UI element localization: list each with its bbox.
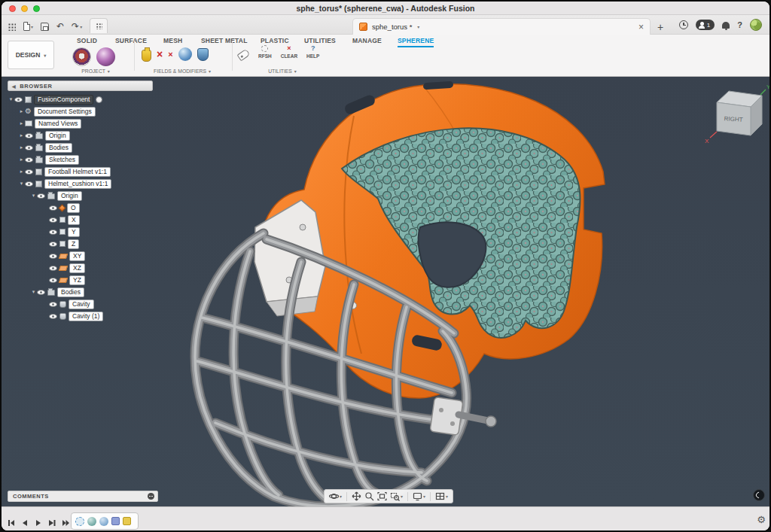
clear-modifier-icon[interactable]: × <box>168 49 172 59</box>
browser-item-plane-yz[interactable]: YZ <box>5 274 111 286</box>
zoom-icon[interactable] <box>364 491 374 501</box>
browser-item-axis-x[interactable]: X <box>5 214 111 226</box>
browser-item-axis-z[interactable]: Z <box>5 238 111 250</box>
expand-icon[interactable]: ▾ <box>30 289 37 295</box>
browser-item-label[interactable]: Origin <box>57 191 82 201</box>
visibility-eye-icon[interactable] <box>49 242 57 247</box>
browser-item-sketches[interactable]: ▸Sketches <box>5 154 111 166</box>
timeline-settings-gear-icon[interactable]: ⚙ <box>757 515 766 525</box>
expand-icon[interactable]: ▸ <box>18 132 25 138</box>
browser-item-label[interactable]: YZ <box>69 275 85 285</box>
tag-icon[interactable] <box>236 49 250 62</box>
data-panel-home-icon[interactable] <box>90 18 108 33</box>
step-forward-icon[interactable] <box>48 516 56 530</box>
helmet-3d-model[interactable]: RIGHT Y X <box>2 77 771 506</box>
autodesk-badge-icon[interactable] <box>753 489 765 501</box>
comment-bubble-icon[interactable] <box>148 493 154 500</box>
expand-icon[interactable]: ▾ <box>8 96 14 102</box>
browser-item-bodies-sub[interactable]: ▾Bodies <box>5 286 111 298</box>
zoom-window-icon[interactable]: ▾ <box>390 491 403 501</box>
visibility-eye-icon[interactable] <box>14 97 23 102</box>
browser-item-origin-sub[interactable]: ▾Origin <box>5 190 111 202</box>
browser-item-label[interactable]: Football Helmet v1:1 <box>44 167 111 177</box>
visibility-eye-icon[interactable] <box>49 254 57 259</box>
comments-panel[interactable]: COMMENTS <box>8 491 158 502</box>
browser-item-label[interactable]: Document Settings <box>34 107 96 117</box>
browser-item-named-views[interactable]: ▸Named Views <box>5 117 111 129</box>
browser-item-label[interactable]: Bodies <box>57 287 84 297</box>
user-badge[interactable]: 1 <box>696 20 715 30</box>
help-icon[interactable]: ? <box>737 20 742 29</box>
expand-icon[interactable]: ▾ <box>18 181 25 187</box>
browser-item-origin-point[interactable]: O <box>5 202 111 214</box>
skip-end-icon[interactable] <box>62 516 70 530</box>
chevron-down-icon[interactable]: ▾ <box>417 24 419 29</box>
browser-item-label[interactable]: Cavity (1) <box>69 312 103 321</box>
activate-component-radio[interactable] <box>96 96 102 103</box>
collapse-browser-icon[interactable]: ◀ <box>12 84 16 89</box>
undo-icon[interactable]: ↶ <box>56 22 64 31</box>
expand-icon[interactable]: ▾ <box>30 193 37 199</box>
visibility-eye-icon[interactable] <box>25 181 33 187</box>
visibility-eye-icon[interactable] <box>37 290 45 295</box>
browser-item-document-settings[interactable]: ▸⚙Document Settings <box>5 105 111 117</box>
browser-item-cavity[interactable]: Cavity <box>5 298 111 310</box>
group-feature-icon[interactable] <box>123 517 131 525</box>
visibility-eye-icon[interactable] <box>25 145 33 150</box>
expand-icon[interactable]: ▸ <box>18 157 25 163</box>
browser-item-plane-xz[interactable]: XZ <box>5 262 111 274</box>
visibility-eye-icon[interactable] <box>25 169 33 175</box>
visibility-eye-icon[interactable] <box>49 302 57 307</box>
fit-view-icon[interactable] <box>377 491 387 501</box>
save-icon[interactable] <box>41 23 49 31</box>
tab-spherene[interactable]: SPHERENE <box>398 37 434 47</box>
browser-item-origin[interactable]: ▸Origin <box>5 129 111 141</box>
shield-modifier-icon[interactable] <box>197 48 209 61</box>
user-avatar[interactable] <box>750 19 762 31</box>
visibility-eye-icon[interactable] <box>49 217 57 223</box>
display-settings-icon[interactable]: ▾ <box>413 491 425 501</box>
new-tab-button[interactable]: + <box>657 21 663 33</box>
browser-item-fusioncomponent[interactable]: ▾FusionComponent <box>5 93 111 105</box>
file-menu-button[interactable]: ▾ <box>23 22 33 31</box>
browser-item-plane-xy[interactable]: XY <box>5 250 111 262</box>
timeline-track[interactable] <box>71 512 139 530</box>
visibility-eye-icon[interactable] <box>49 278 57 283</box>
browser-item-helmet-cushion[interactable]: ▾Helmet_cushion v1:1 <box>5 178 111 190</box>
fields-group-label[interactable]: FIELDS & MODIFIERS ▾ <box>136 68 229 74</box>
modifier-sphere-icon[interactable] <box>178 47 192 61</box>
refresh-button[interactable]: RFSH <box>258 45 272 59</box>
redo-button[interactable]: ↷▾ <box>72 22 82 31</box>
expand-icon[interactable]: ▸ <box>18 120 25 126</box>
clear-field-icon[interactable]: × <box>157 49 163 59</box>
browser-item-label[interactable]: Sketches <box>45 155 79 165</box>
browser-item-football-helmet[interactable]: ▸Football Helmet v1:1 <box>5 166 111 178</box>
form-feature-icon[interactable] <box>111 517 120 525</box>
viewport-3d[interactable]: RIGHT Y X ◀ BROWSER ▾FusionComponent ▸⚙D… <box>2 77 771 506</box>
visibility-eye-icon[interactable] <box>25 133 33 138</box>
grid-viewports-icon[interactable]: ▾ <box>435 491 448 501</box>
browser-item-label[interactable]: Helmet_cushion v1:1 <box>44 179 111 189</box>
browser-panel-header[interactable]: ◀ BROWSER <box>8 81 153 91</box>
browser-item-label[interactable]: FusionComponent <box>34 95 93 105</box>
field-flask-icon[interactable] <box>142 50 151 62</box>
tab-sheet-metal[interactable]: SHEET METAL <box>201 37 248 44</box>
design-workspace-button[interactable]: DESIGN▾ <box>8 41 54 69</box>
history-clock-icon[interactable] <box>679 20 688 29</box>
tab-surface[interactable]: SURFACE <box>115 37 147 44</box>
browser-item-label[interactable]: Origin <box>45 131 70 141</box>
sphere-feature-icon[interactable] <box>87 517 96 526</box>
visibility-eye-icon[interactable] <box>49 205 57 211</box>
browser-item-bodies[interactable]: ▸Bodies <box>5 141 111 154</box>
clear-button[interactable]: ×CLEAR <box>281 45 297 59</box>
project-group-label[interactable]: PROJECT ▾ <box>66 68 125 74</box>
notifications-bell-icon[interactable] <box>722 22 730 29</box>
document-tab[interactable]: sphe_torus * ▾ × <box>352 18 651 35</box>
visibility-eye-icon[interactable] <box>37 193 45 199</box>
skip-start-icon[interactable] <box>8 516 15 530</box>
visibility-eye-icon[interactable] <box>49 230 57 235</box>
utilities-group-label[interactable]: UTILITIES ▾ <box>250 68 315 74</box>
browser-item-label[interactable]: O <box>67 203 80 213</box>
visibility-eye-icon[interactable] <box>25 157 33 163</box>
tab-plastic[interactable]: PLASTIC <box>261 37 289 44</box>
